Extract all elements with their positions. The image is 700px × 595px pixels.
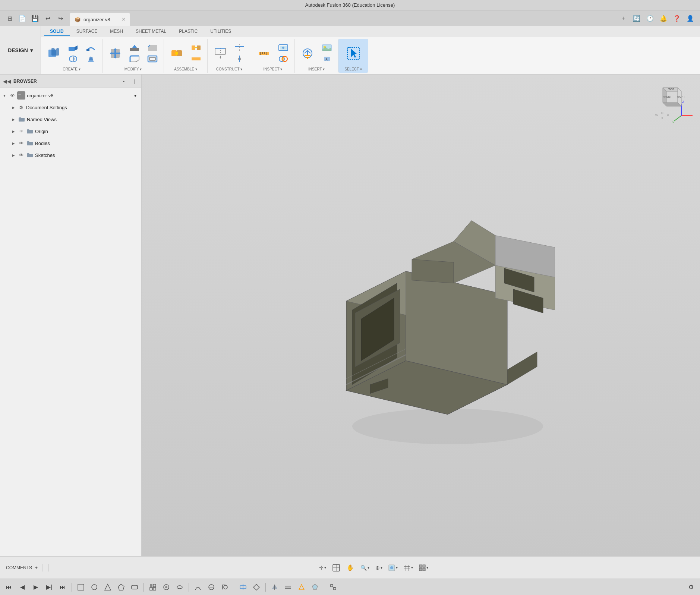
- origin-eye[interactable]: 👁: [18, 128, 25, 135]
- nav-prev-button[interactable]: ◀: [16, 581, 28, 593]
- tree-item-origin[interactable]: ▶ 👁 Origin: [0, 125, 141, 137]
- tree-root-expand[interactable]: ▼: [1, 92, 7, 98]
- sketch-tool-8[interactable]: [174, 581, 186, 593]
- navigate-button[interactable]: ✛ ▾: [318, 564, 328, 572]
- notifications-button[interactable]: 🔔: [658, 13, 669, 23]
- orbit-button[interactable]: [331, 562, 342, 573]
- sketch-tool-1[interactable]: [75, 581, 87, 593]
- chamfer-button[interactable]: [144, 42, 161, 53]
- nav-first-button[interactable]: ⏮: [3, 581, 15, 593]
- tab-utilities[interactable]: UTILITIES: [204, 27, 237, 36]
- settings-button[interactable]: ⚙: [685, 581, 697, 593]
- nav-play-forward-button[interactable]: ▶|: [43, 581, 55, 593]
- canvas-button[interactable]: [319, 42, 335, 53]
- interference-button[interactable]: [275, 54, 291, 64]
- save-button[interactable]: 💾: [30, 13, 40, 23]
- extrude-button[interactable]: [65, 42, 81, 53]
- sketch-tool-13[interactable]: [250, 581, 262, 593]
- tree-root-item[interactable]: ▼ 👁 organizer v8 ●: [0, 89, 141, 101]
- expand-origin[interactable]: ▶: [10, 128, 16, 134]
- rigid-group-button[interactable]: [188, 54, 204, 64]
- sketch-tool-15[interactable]: [282, 581, 294, 593]
- undo-button[interactable]: ↩: [42, 13, 53, 23]
- expand-named-views[interactable]: ▶: [10, 116, 16, 122]
- sketch-tool-11[interactable]: [219, 581, 231, 593]
- tree-item-sketches[interactable]: ▶ 👁 Sketches: [0, 149, 141, 161]
- sketch-tool-7[interactable]: [160, 581, 172, 593]
- sketch-tool-12[interactable]: [237, 581, 249, 593]
- decal-icon: A: [322, 55, 332, 63]
- sketch-tool-5[interactable]: [129, 581, 141, 593]
- expand-document-settings[interactable]: ▶: [10, 104, 16, 110]
- move-button[interactable]: [105, 42, 125, 64]
- file-tab-close[interactable]: ×: [122, 16, 125, 23]
- sketches-eye[interactable]: 👁: [18, 152, 25, 158]
- measure-button[interactable]: [254, 42, 274, 64]
- zoom-button[interactable]: 🔍 ▾: [359, 564, 371, 572]
- tab-solid[interactable]: SOLID: [44, 27, 70, 36]
- shell-button[interactable]: [144, 54, 161, 64]
- tab-plastic[interactable]: PLASTIC: [173, 27, 204, 36]
- browser-pin-button[interactable]: ▪: [120, 77, 128, 85]
- loft-button[interactable]: [83, 54, 99, 64]
- refresh-button[interactable]: 🔄: [631, 13, 642, 23]
- design-button[interactable]: DESIGN ▾: [0, 26, 41, 74]
- viewport[interactable]: X Y Z TOP FRONT RIGHT: [142, 75, 700, 556]
- display-settings-button[interactable]: [275, 42, 291, 53]
- nav-play-button[interactable]: ▶: [30, 581, 42, 593]
- display-mode-button[interactable]: ▾: [387, 564, 399, 572]
- sketch-tool-3[interactable]: [102, 581, 114, 593]
- grid-button[interactable]: ▾: [402, 564, 414, 572]
- revolve-button[interactable]: [65, 54, 81, 64]
- sketch-tool-6[interactable]: [147, 581, 159, 593]
- sketch-tool-9[interactable]: [192, 581, 204, 593]
- redo-button[interactable]: ↪: [55, 13, 66, 23]
- midplane-button[interactable]: [231, 42, 248, 53]
- joint-button[interactable]: [167, 42, 186, 64]
- history-button[interactable]: 🕐: [645, 13, 655, 23]
- account-button[interactable]: 👤: [685, 13, 696, 23]
- nav-last-button[interactable]: ⏭: [57, 581, 69, 593]
- expand-sketches[interactable]: ▶: [10, 152, 16, 158]
- sketch-tool-2[interactable]: [88, 581, 100, 593]
- viewport-mode-button[interactable]: ▾: [417, 564, 430, 572]
- new-component-button[interactable]: [44, 42, 63, 64]
- sketch-tool-18[interactable]: [327, 581, 339, 593]
- expand-bodies[interactable]: ▶: [10, 140, 16, 146]
- add-comment-button[interactable]: +: [35, 565, 38, 570]
- tab-sheet-metal[interactable]: SHEET METAL: [130, 27, 172, 36]
- tree-item-named-views[interactable]: ▶ Named Views: [0, 113, 141, 125]
- svg-rect-102: [423, 568, 425, 571]
- file-tab[interactable]: 📦 organizer v8 ×: [70, 13, 130, 26]
- offset-plane-button[interactable]: ⬇: [211, 42, 230, 64]
- main-area: ◀◀ BROWSER ▪ | ▼ 👁 organizer v8 ●: [0, 75, 700, 556]
- decal-button[interactable]: A: [319, 54, 335, 64]
- browser-collapse-button[interactable]: ◀◀: [3, 78, 11, 84]
- sweep-button[interactable]: [83, 42, 99, 53]
- sketch-tool-10[interactable]: [205, 581, 217, 593]
- apps-button[interactable]: ⊞: [4, 13, 15, 23]
- viewcube[interactable]: X Y Z TOP FRONT RIGHT: [652, 82, 693, 123]
- as-built-joint-button[interactable]: [188, 42, 204, 53]
- fillet-button[interactable]: [126, 54, 143, 64]
- help-button[interactable]: ❓: [672, 13, 682, 23]
- tab-mesh[interactable]: MESH: [104, 27, 129, 36]
- tree-item-document-settings[interactable]: ▶ ⚙ Document Settings: [0, 101, 141, 113]
- sketch-tool-14[interactable]: [269, 581, 281, 593]
- insert-button[interactable]: [298, 42, 317, 64]
- browser-expand-button[interactable]: |: [130, 77, 138, 85]
- tree-item-bodies[interactable]: ▶ 👁 Bodies: [0, 137, 141, 149]
- bodies-eye[interactable]: 👁: [18, 140, 25, 147]
- sketch-tool-16[interactable]: [296, 581, 308, 593]
- new-file-button[interactable]: 📄: [17, 13, 28, 23]
- axis-button[interactable]: [231, 54, 248, 64]
- select-button[interactable]: [344, 42, 363, 64]
- pan-button[interactable]: ✋: [345, 562, 356, 573]
- sketch-tool-17[interactable]: [309, 581, 321, 593]
- sketch-tool-4[interactable]: [115, 581, 127, 593]
- press-pull-button[interactable]: [126, 42, 143, 53]
- tab-surface[interactable]: SURFACE: [70, 27, 104, 36]
- zoom-fit-button[interactable]: ⊕ ▾: [374, 564, 384, 572]
- tree-root-eye[interactable]: 👁: [9, 92, 16, 99]
- add-tab-button[interactable]: +: [618, 13, 628, 23]
